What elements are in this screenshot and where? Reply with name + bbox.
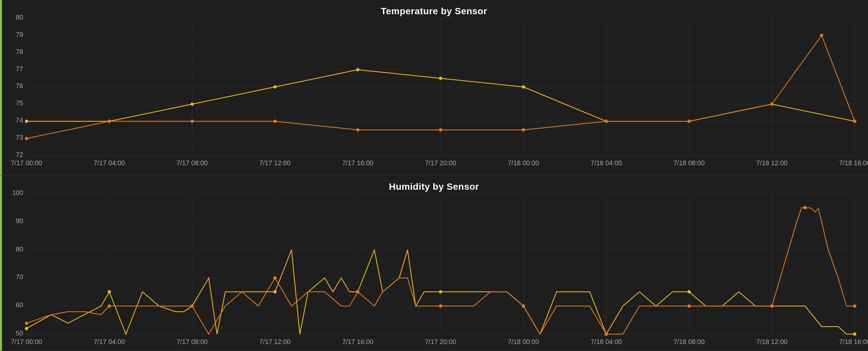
svg-point-62 xyxy=(853,120,857,123)
svg-point-59 xyxy=(687,120,691,123)
svg-text:7/17 20:00: 7/17 20:00 xyxy=(425,159,456,166)
svg-text:7/18 04:00: 7/18 04:00 xyxy=(591,338,622,345)
svg-point-111 xyxy=(273,276,277,280)
svg-text:7/17 20:00: 7/17 20:00 xyxy=(425,338,456,345)
svg-point-110 xyxy=(190,304,194,308)
svg-text:73: 73 xyxy=(16,134,23,141)
svg-point-100 xyxy=(273,290,277,293)
svg-text:79: 79 xyxy=(16,31,23,38)
svg-text:75: 75 xyxy=(16,99,23,107)
svg-point-43 xyxy=(273,86,277,89)
svg-text:76: 76 xyxy=(16,83,23,90)
svg-text:7/18 08:00: 7/18 08:00 xyxy=(674,159,705,166)
svg-point-108 xyxy=(25,322,28,325)
svg-point-46 xyxy=(522,86,525,89)
svg-point-107 xyxy=(853,332,857,336)
svg-text:7/18 12:00: 7/18 12:00 xyxy=(756,159,787,166)
svg-point-42 xyxy=(190,102,194,106)
humidity-svg: 100 90 80 70 60 50 7/17 00:00 7/17 04:00… xyxy=(0,176,868,351)
svg-text:7/18 08:00: 7/18 08:00 xyxy=(674,338,705,345)
temperature-chart-container: Temperature by Sensor xyxy=(0,0,868,176)
dashboard: Temperature by Sensor xyxy=(0,0,868,351)
svg-text:74: 74 xyxy=(16,117,23,124)
svg-text:80: 80 xyxy=(16,13,23,21)
svg-point-118 xyxy=(803,206,807,209)
svg-point-119 xyxy=(853,304,857,308)
svg-text:7/18 00:00: 7/18 00:00 xyxy=(508,338,539,345)
svg-point-54 xyxy=(273,120,277,123)
svg-text:7/17 12:00: 7/17 12:00 xyxy=(259,159,290,166)
svg-point-112 xyxy=(356,290,360,293)
svg-text:90: 90 xyxy=(16,217,23,224)
svg-text:7/18 16:00: 7/18 16:00 xyxy=(839,338,868,345)
svg-point-40 xyxy=(25,120,28,123)
svg-text:70: 70 xyxy=(16,273,23,281)
svg-point-98 xyxy=(108,290,111,293)
svg-point-116 xyxy=(687,304,691,308)
svg-point-117 xyxy=(770,304,774,308)
svg-text:72: 72 xyxy=(16,151,23,158)
svg-text:100: 100 xyxy=(12,189,23,196)
svg-text:7/18 00:00: 7/18 00:00 xyxy=(508,159,539,166)
svg-point-57 xyxy=(522,128,525,131)
svg-text:7/17 00:00: 7/17 00:00 xyxy=(11,159,42,166)
svg-point-102 xyxy=(439,290,442,293)
svg-point-105 xyxy=(687,290,691,293)
svg-text:78: 78 xyxy=(16,48,23,55)
svg-point-56 xyxy=(439,128,442,131)
svg-text:50: 50 xyxy=(16,329,23,337)
svg-point-44 xyxy=(356,68,360,71)
svg-point-109 xyxy=(108,304,111,308)
temperature-svg: 80 79 78 77 76 75 74 73 72 7/17 00:00 7/… xyxy=(0,0,868,175)
svg-point-61 xyxy=(820,34,823,37)
svg-text:7/17 00:00: 7/17 00:00 xyxy=(11,338,42,345)
svg-point-115 xyxy=(604,332,608,336)
svg-point-60 xyxy=(770,102,774,106)
svg-point-52 xyxy=(108,120,111,123)
humidity-chart-container: Humidity by Sensor xyxy=(0,176,868,351)
svg-point-97 xyxy=(25,327,28,330)
svg-text:60: 60 xyxy=(16,301,23,309)
svg-point-45 xyxy=(439,77,442,80)
svg-point-51 xyxy=(25,137,28,140)
svg-text:80: 80 xyxy=(16,245,23,253)
svg-text:7/17 04:00: 7/17 04:00 xyxy=(94,159,125,166)
svg-text:7/17 04:00: 7/17 04:00 xyxy=(94,338,125,345)
svg-text:77: 77 xyxy=(16,65,23,72)
svg-point-55 xyxy=(356,128,360,131)
svg-text:7/18 16:00: 7/18 16:00 xyxy=(839,159,868,166)
svg-text:7/18 04:00: 7/18 04:00 xyxy=(591,159,622,166)
svg-point-114 xyxy=(522,304,525,308)
svg-text:7/17 08:00: 7/17 08:00 xyxy=(177,159,208,166)
svg-point-53 xyxy=(190,120,194,123)
svg-text:7/17 16:00: 7/17 16:00 xyxy=(342,338,373,345)
svg-point-58 xyxy=(604,120,608,123)
svg-text:7/17 12:00: 7/17 12:00 xyxy=(259,338,290,345)
svg-text:7/17 16:00: 7/17 16:00 xyxy=(342,159,373,166)
svg-point-113 xyxy=(439,304,442,308)
svg-text:7/17 08:00: 7/17 08:00 xyxy=(177,338,208,345)
svg-text:7/18 12:00: 7/18 12:00 xyxy=(756,338,787,345)
